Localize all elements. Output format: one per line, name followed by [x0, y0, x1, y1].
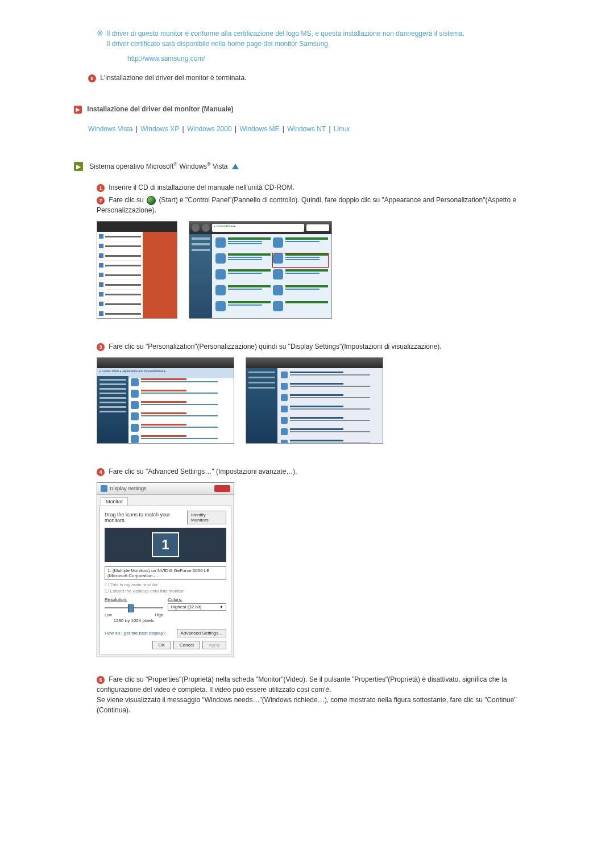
step-4-badge: 4	[97, 468, 105, 476]
step-6-line: 6 L'installazione del driver del monitor…	[88, 74, 540, 82]
vista-step2b: (Start) e "Control Panel"(Pannello di co…	[97, 196, 516, 214]
note-marker-icon: ※	[97, 28, 105, 37]
vista-step3-text: Fare clic su "Personalization"(Personali…	[109, 343, 441, 350]
link-windows-me[interactable]: Windows ME	[239, 125, 279, 133]
samsung-link[interactable]: http://www.samsung.com/	[127, 55, 540, 62]
colors-dropdown[interactable]: Highest (32 bit) ▼	[168, 603, 226, 611]
vista-heading-mid: Windows	[177, 162, 207, 170]
monitor-tab[interactable]: Monitor	[101, 497, 128, 506]
note-line1: Il driver di questo monitor è conforme a…	[106, 30, 464, 37]
vista-step2a: Fare clic su	[109, 196, 146, 204]
screenshot-display-settings-cat	[246, 357, 383, 444]
step-6-badge: 6	[88, 74, 96, 82]
separator: |	[136, 125, 138, 133]
ok-button[interactable]: OK	[152, 641, 172, 649]
vista-step-3: 3 Fare clic su "Personalization"(Persona…	[97, 341, 540, 352]
step-2-badge: 2	[97, 197, 105, 205]
step-6-text: L'installazione del driver del monitor è…	[100, 74, 246, 82]
subsection-arrow-icon: ▶	[74, 162, 83, 171]
separator: |	[329, 125, 330, 133]
vista-step-2: 2 Fare clic su (Start) e "Control Panel"…	[97, 195, 540, 215]
step-1-badge: 1	[97, 184, 105, 192]
windows-start-icon	[147, 196, 156, 205]
vista-step4-text: Fare clic su "Advanced Settings…" (Impos…	[109, 468, 297, 475]
help-link[interactable]: How do I get the best display?	[105, 631, 165, 636]
section-arrow-icon: ▶	[74, 106, 82, 114]
os-links-row: Windows Vista | Windows XP | Windows 200…	[88, 125, 540, 133]
vista-step-3-block: 3 Fare clic su "Personalization"(Persona…	[97, 341, 540, 352]
monitor-dropdown[interactable]: 1. (Multiple Monitors) on NVIDIA GeForce…	[105, 566, 226, 580]
step-3-badge: 3	[97, 343, 105, 351]
separator: |	[235, 125, 237, 133]
extend-desktop-checkbox: ☐ Extend the desktop onto this monitor	[105, 589, 226, 594]
registered-icon: ®	[207, 161, 211, 167]
note-line2: Il driver certificato sarà disponibile n…	[106, 40, 330, 48]
vista-step1-text: Inserire il CD di installazione del manu…	[109, 183, 294, 191]
vista-heading-suffix: Vista	[211, 162, 228, 170]
link-windows-xp[interactable]: Windows XP	[140, 125, 179, 133]
vista-step5-text: Fare clic su "Properties"(Proprietà) nel…	[97, 675, 517, 714]
res-low: Low	[105, 613, 112, 617]
colors-label: Colors:	[168, 597, 226, 602]
cancel-button[interactable]: Cancel	[173, 641, 200, 649]
colors-value: Highest (32 bit)	[171, 604, 201, 610]
link-linux[interactable]: Linux	[334, 125, 350, 133]
separator: |	[182, 125, 184, 133]
res-high: High	[155, 613, 163, 617]
chk2-label: Extend the desktop onto this monitor	[110, 589, 184, 594]
collapse-up-icon[interactable]	[232, 164, 239, 169]
resolution-slider[interactable]: Low High	[105, 603, 163, 611]
chk1-label: This is my main monitor	[110, 582, 157, 587]
manual-install-section: ▶ Installazione del driver del monitor (…	[74, 105, 540, 114]
link-windows-2000[interactable]: Windows 2000	[187, 125, 232, 133]
close-icon[interactable]	[214, 485, 230, 492]
dialog-title: Display Settings	[110, 486, 147, 491]
vista-heading-prefix: Sistema operativo Microsoft	[89, 162, 173, 170]
dialog-panel: Drag the icons to match your monitors. I…	[99, 506, 231, 654]
screenshot-control-panel: ▸ Control Panel ▸	[189, 221, 332, 319]
screenshot-start-menu	[97, 221, 177, 319]
screenshot-row-2: ▸ Control Panel ▸ Appearance and Persona…	[97, 357, 540, 444]
vista-step-4: 4 Fare clic su "Advanced Settings…" (Imp…	[97, 466, 540, 477]
vista-step-1: 1 Inserire il CD di installazione del ma…	[97, 182, 540, 193]
note-text: Il driver di questo monitor è conforme a…	[106, 28, 504, 49]
link-windows-vista[interactable]: Windows Vista	[88, 125, 132, 133]
screenshot-display-settings-dialog: Display Settings Monitor Drag the icons …	[97, 482, 234, 657]
step-5-badge: 5	[97, 676, 105, 684]
screenshot-personalization: ▸ Control Panel ▸ Appearance and Persona…	[97, 357, 234, 444]
vista-step-5: 5 Fare clic su "Properties"(Proprietà) n…	[97, 674, 540, 715]
certification-note: ※ Il driver di questo monitor è conforme…	[97, 28, 540, 62]
advanced-settings-button[interactable]: Advanced Settings...	[177, 629, 226, 637]
drag-text: Drag the icons to match your monitors.	[105, 512, 187, 523]
monitor-preview: 1	[105, 528, 226, 562]
vista-steps: 1 Inserire il CD di installazione del ma…	[97, 182, 540, 215]
resolution-value: 1280 by 1024 pixels	[105, 618, 163, 623]
screenshot-row-1: ▸ Control Panel ▸	[97, 221, 540, 319]
dialog-icon	[101, 485, 107, 492]
resolution-label: Resolution:	[105, 597, 163, 602]
monitor-1[interactable]: 1	[152, 532, 179, 557]
chevron-down-icon: ▼	[219, 605, 223, 609]
vista-subsection: ▶ Sistema operativo Microsoft® Windows® …	[74, 161, 540, 172]
dialog-titlebar: Display Settings	[97, 483, 234, 495]
section-title: Installazione del driver del monitor (Ma…	[87, 105, 233, 113]
document-content: ※ Il driver di questo monitor è conforme…	[0, 0, 614, 744]
vista-heading: Sistema operativo Microsoft® Windows® Vi…	[89, 162, 230, 170]
vista-step-4-block: 4 Fare clic su "Advanced Settings…" (Imp…	[97, 466, 540, 477]
apply-button[interactable]: Apply	[202, 641, 226, 649]
identify-monitors-button[interactable]: Identify Monitors	[187, 511, 226, 524]
separator: |	[283, 125, 284, 133]
main-monitor-checkbox: ☐ This is my main monitor	[105, 582, 226, 587]
link-windows-nt[interactable]: Windows NT	[287, 125, 326, 133]
